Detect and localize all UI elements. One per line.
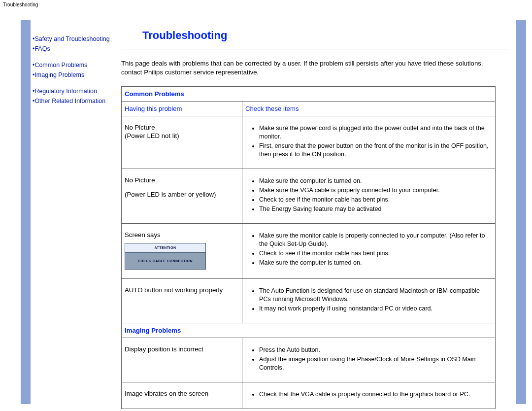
sidebar-link-safety[interactable]: Safety and Troubleshooting: [34, 35, 109, 42]
row5-checks: Press the Auto button. Adjust the image …: [242, 338, 496, 382]
row5-problem: Display position is incorrect: [122, 338, 242, 382]
section-common: Common Problems: [122, 86, 496, 101]
section-imaging: Imaging Problems: [122, 323, 496, 338]
row6-problem: Image vibrates on the screen: [122, 382, 242, 409]
sidebar-link-other[interactable]: Other Related Information: [34, 98, 105, 104]
col-problem: Having this problem: [122, 102, 242, 116]
row2-checks: Make sure the computer is turned on. Mak…: [242, 169, 496, 224]
sidebar-link-regulatory[interactable]: Regulatory Information: [34, 88, 97, 95]
attention-image: ATTENTION CHECK CABLE CONNECTION: [125, 243, 206, 269]
row1-problem: No Picture (Power LED not lit): [122, 116, 242, 169]
row2-problem: No Picture (Power LED is amber or yellow…: [122, 169, 242, 224]
row4-problem: AUTO button not working properly: [122, 278, 242, 323]
sidebar-link-common[interactable]: Common Problems: [34, 62, 87, 68]
left-blue-stripe: [21, 20, 31, 404]
main-content: Troubleshooting This page deals with pro…: [121, 9, 518, 409]
troubleshooting-table: Common Problems Having this problem Chec…: [121, 86, 496, 409]
intro-text: This page deals with problems that can b…: [121, 59, 508, 77]
row3-problem: Screen says ATTENTION CHECK CABLE CONNEC…: [122, 224, 242, 278]
footer-file-path: file:///I|/Q70G90028138B 191EW9/lcd/manu…: [0, 409, 532, 411]
sidebar-link-imaging[interactable]: Imaging Problems: [34, 71, 84, 78]
sidebar-link-faqs[interactable]: FAQs: [34, 45, 50, 52]
sidebar-nav: •Safety and Troubleshooting •FAQs •Commo…: [21, 9, 111, 106]
col-checks: Check these items: [242, 102, 496, 116]
title-rule: [121, 49, 508, 49]
right-blue-stripe: [516, 20, 526, 404]
row1-checks: Make sure the power cord is plugged into…: [242, 116, 496, 169]
row3-checks: Make sure the monitor cable is properly …: [242, 224, 496, 278]
row4-checks: The Auto Function is designed for use on…: [242, 278, 496, 323]
row6-checks: Check that the VGA cable is properly con…: [242, 382, 496, 409]
page-title: Troubleshooting: [142, 29, 508, 42]
window-header: Troubleshooting: [0, 0, 532, 9]
